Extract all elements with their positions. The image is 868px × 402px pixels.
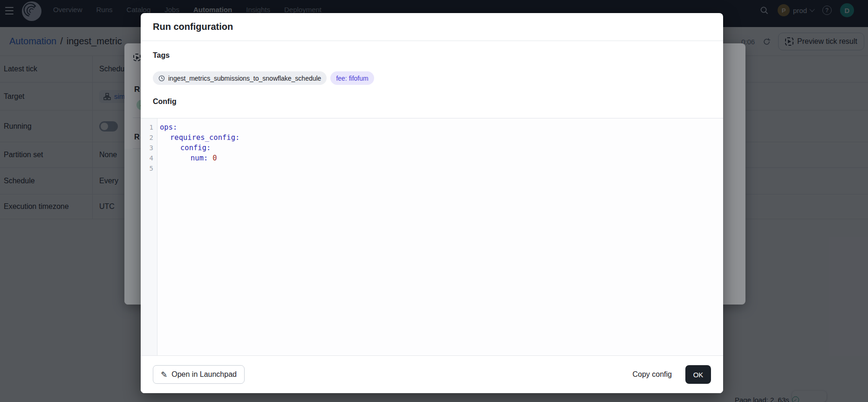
yaml-key: ops:	[160, 123, 177, 132]
modal-title: Run configuration	[153, 21, 233, 32]
yaml-key: config:	[180, 144, 211, 152]
code-line: 1 ops:	[141, 122, 723, 132]
config-code-editor[interactable]: 1 ops: 2 requires_config: 3 config: 4 nu…	[141, 118, 723, 355]
dagster-app: Overview Runs Catalog Jobs Automation In…	[0, 0, 868, 402]
line-number: 4	[141, 153, 157, 163]
modal-titlebar: Run configuration	[141, 13, 723, 41]
code-line: 5	[141, 163, 723, 173]
code-line: 2 requires_config:	[141, 132, 723, 143]
code-lines: 1 ops: 2 requires_config: 3 config: 4 nu…	[141, 118, 723, 173]
line-number: 3	[141, 143, 157, 153]
line-number: 5	[141, 163, 157, 173]
fee-tag-label: fee: fifofum	[336, 75, 368, 82]
yaml-value: 0	[212, 154, 217, 162]
tags-section: Tags ingest_metrics_submissions_to_snowf…	[141, 41, 723, 106]
clock-icon	[158, 75, 165, 82]
pencil-icon: ✎	[161, 370, 167, 380]
open-in-launchpad-button[interactable]: ✎ Open in Launchpad	[153, 365, 245, 384]
open-in-launchpad-label: Open in Launchpad	[171, 370, 237, 379]
schedule-tag: ingest_metrics_submissions_to_snowflake_…	[153, 71, 327, 85]
run-configuration-modal: Run configuration Tags ingest_metrics_su…	[141, 13, 723, 393]
line-number: 2	[141, 132, 157, 143]
yaml-key: requires_config:	[170, 133, 239, 142]
config-heading: Config	[153, 97, 711, 106]
code-line: 4 num:0	[141, 153, 723, 163]
ok-button[interactable]: OK	[685, 365, 711, 384]
yaml-key: num:	[191, 154, 208, 162]
fee-tag: fee: fifofum	[330, 71, 374, 85]
modal-footer: ✎ Open in Launchpad Copy config OK	[141, 355, 723, 393]
tags-heading: Tags	[153, 51, 711, 60]
schedule-tag-label: ingest_metrics_submissions_to_snowflake_…	[168, 75, 321, 82]
code-line: 3 config:	[141, 143, 723, 153]
tag-list: ingest_metrics_submissions_to_snowflake_…	[153, 71, 711, 85]
copy-config-button[interactable]: Copy config	[633, 370, 672, 379]
line-number: 1	[141, 122, 157, 132]
